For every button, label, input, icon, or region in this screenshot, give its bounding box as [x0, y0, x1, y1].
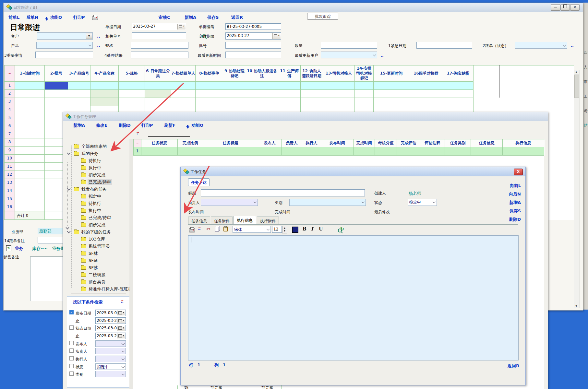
- tab-exec-info[interactable]: 执行信息: [234, 216, 256, 224]
- task-row-number[interactable]: 1: [134, 147, 141, 156]
- customer-combo[interactable]: ▼: [37, 32, 93, 40]
- w1-cell[interactable]: [90, 98, 119, 106]
- tree-item-label[interactable]: 已完成/待审: [88, 215, 112, 221]
- tree-item-label[interactable]: 待执行: [88, 201, 102, 206]
- font-color-swatch[interactable]: [292, 227, 298, 233]
- tree-item-label[interactable]: 已完成/待审: [88, 179, 112, 185]
- filter-date-input[interactable]: 2025-03-01 ▾: [95, 325, 126, 331]
- tree-item[interactable]: 执行中: [63, 207, 132, 214]
- tree-item-label[interactable]: 拟定中: [88, 194, 102, 199]
- printer-icon[interactable]: [92, 16, 98, 20]
- task-col-header[interactable]: 任务类别: [445, 139, 471, 147]
- owner-combo[interactable]: [201, 199, 258, 206]
- category-combo[interactable]: [289, 199, 366, 206]
- task-col-header[interactable]: 完成评估: [397, 139, 420, 147]
- w1-cell[interactable]: [15, 147, 45, 155]
- paste-icon[interactable]: [223, 227, 228, 231]
- task-col-header[interactable]: 执行信息: [503, 139, 544, 147]
- swap-columns-icon[interactable]: →←: [137, 132, 139, 135]
- w1-cell[interactable]: [443, 90, 474, 98]
- editor-swap-icon[interactable]: →←: [198, 227, 201, 230]
- task-cell[interactable]: [354, 147, 375, 156]
- w1-cell[interactable]: [15, 203, 45, 211]
- w1-cell[interactable]: [15, 90, 45, 98]
- editor-refresh-icon[interactable]: ↻: [340, 226, 344, 231]
- tree-item[interactable]: 初步完成: [63, 221, 132, 228]
- w1-row-number[interactable]: 11: [5, 163, 15, 171]
- filter-swap-icon[interactable]: →←: [121, 300, 124, 303]
- w1-cell[interactable]: [223, 98, 246, 106]
- w1-col-header[interactable]: 1-创建时间: [15, 65, 45, 82]
- w1-cell[interactable]: [301, 90, 323, 98]
- nav-prev-link[interactable]: 向前L: [510, 183, 521, 189]
- scroll-up-icon[interactable]: ▲: [575, 71, 577, 74]
- task-col-header[interactable]: －: [134, 139, 141, 147]
- task-cell[interactable]: [178, 147, 203, 156]
- tree-item[interactable]: 拟定中: [63, 193, 132, 199]
- w1-cell[interactable]: [196, 82, 223, 90]
- w1-cell[interactable]: [15, 114, 45, 122]
- w1-cell[interactable]: [15, 163, 45, 171]
- filter-combo[interactable]: [95, 356, 126, 362]
- function-menu-button[interactable]: 功能O: [50, 15, 62, 20]
- tree-item[interactable]: 已完成/待审: [63, 179, 132, 185]
- tree-item-label[interactable]: SF苏: [88, 265, 99, 271]
- w1-cell[interactable]: [374, 82, 409, 90]
- task-col-header[interactable]: 评估注释: [420, 139, 445, 147]
- w1-col-header[interactable]: 10-协助人跟进备注: [246, 65, 278, 82]
- win1-titlebar[interactable]: 日常跟进 / BT — ×: [4, 3, 583, 12]
- tab-exec-attach[interactable]: 执行附件: [257, 217, 279, 224]
- w1-cell[interactable]: [246, 82, 278, 90]
- win3-titlebar[interactable]: 工作任务 X: [181, 167, 525, 176]
- w1-cell[interactable]: [15, 179, 45, 187]
- w1-cell[interactable]: [443, 98, 474, 106]
- w1-col-header[interactable]: 17-淘宝缺货: [443, 65, 474, 82]
- win1-vertical-scrollbar[interactable]: ▲ ▼: [574, 70, 580, 308]
- filter-checkbox-类别[interactable]: [69, 371, 74, 376]
- w1-cell[interactable]: [119, 90, 145, 98]
- w1-col-header[interactable]: 8-协助事件: [196, 65, 223, 82]
- w1-cell[interactable]: [374, 90, 409, 98]
- task-col-header[interactable]: 考核分值: [375, 139, 397, 147]
- tree-item-label[interactable]: 待执行: [88, 158, 102, 164]
- w1-cell[interactable]: [374, 98, 409, 106]
- last-update-time-input[interactable]: [225, 52, 281, 58]
- task-col-header[interactable]: 执行人: [302, 139, 321, 147]
- w1-row-number[interactable]: 3: [5, 98, 15, 106]
- dropdown-arrow-icon[interactable]: [563, 43, 566, 47]
- task-cell[interactable]: [397, 147, 420, 156]
- w1-cell[interactable]: [15, 171, 45, 179]
- doc-no-input[interactable]: BT-25-03-27-0005: [225, 23, 281, 30]
- calendar-dropdown-icon[interactable]: ▾: [117, 325, 125, 331]
- tab-task-attach[interactable]: 任务附件: [211, 217, 233, 224]
- bold-button[interactable]: B: [303, 226, 306, 231]
- w1-cell[interactable]: [15, 130, 45, 138]
- dropdown-arrow-icon[interactable]: [122, 349, 125, 353]
- w1-col-header[interactable]: 11-生产师傅: [278, 65, 301, 82]
- dlg-add-link[interactable]: 新增A: [509, 200, 521, 206]
- product-more-button[interactable]: ..: [97, 43, 100, 48]
- tree-item[interactable]: 我的下级的任务: [63, 229, 132, 235]
- tree-item-label[interactable]: SF马: [88, 258, 99, 264]
- underline-button[interactable]: U: [319, 226, 323, 231]
- customer-more-button[interactable]: ..: [97, 34, 100, 39]
- tree-item-label[interactable]: 前台卖货: [88, 279, 106, 285]
- w1-row-number[interactable]: 6: [5, 122, 15, 130]
- w1-cell[interactable]: [246, 98, 278, 106]
- w1-row-number[interactable]: 12: [5, 171, 15, 179]
- task-cell[interactable]: [302, 147, 321, 156]
- w1-cell[interactable]: [278, 82, 301, 90]
- dropdown-arrow-icon[interactable]: [362, 200, 365, 204]
- filter-checkbox-执行人[interactable]: [69, 356, 74, 360]
- task-edit-button[interactable]: 修改E: [96, 123, 107, 128]
- calendar-dropdown-icon[interactable]: ▾: [272, 33, 281, 39]
- task-cell[interactable]: [375, 147, 397, 156]
- task-cell[interactable]: [420, 147, 445, 156]
- tree-item-label[interactable]: 标准件打标入库-陈旺勇: [88, 286, 133, 292]
- last-update-user-combo[interactable]: [321, 52, 377, 58]
- batch-input[interactable]: [225, 42, 281, 49]
- task-col-header[interactable]: 完成时间: [354, 139, 375, 147]
- task-col-header[interactable]: 任务状态: [141, 139, 178, 147]
- tree-expander-icon[interactable]: [67, 230, 70, 233]
- task-col-header[interactable]: 完成比例: [178, 139, 203, 147]
